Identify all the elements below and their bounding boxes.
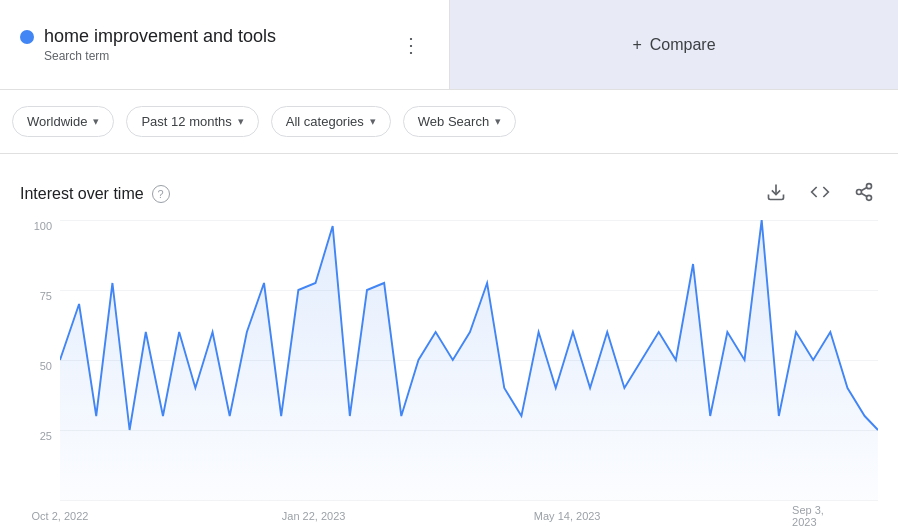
- svg-line-4: [861, 193, 867, 196]
- y-label-75: 75: [20, 290, 56, 302]
- share-button[interactable]: [850, 178, 878, 210]
- search-term-info: home improvement and tools Search term: [20, 26, 276, 63]
- x-label-jan: Jan 22, 2023: [282, 510, 346, 522]
- share-icon: [854, 182, 874, 202]
- chart-actions: [762, 178, 878, 210]
- download-icon: [766, 182, 786, 202]
- x-axis-labels: Oct 2, 2022 Jan 22, 2023 May 14, 2023 Se…: [60, 502, 878, 527]
- compare-label: Compare: [650, 36, 716, 54]
- search-term-title: home improvement and tools: [44, 26, 276, 47]
- embed-button[interactable]: [806, 178, 834, 210]
- search-term-box: home improvement and tools Search term ⋮: [0, 0, 450, 89]
- location-chevron-icon: ▾: [93, 115, 99, 128]
- time-chevron-icon: ▾: [238, 115, 244, 128]
- help-icon[interactable]: ?: [152, 185, 170, 203]
- chart-header: Interest over time ?: [20, 178, 878, 210]
- time-label: Past 12 months: [141, 114, 231, 129]
- location-filter[interactable]: Worldwide ▾: [12, 106, 114, 137]
- search-term-label: Search term: [44, 49, 276, 63]
- y-axis-labels: 100 75 50 25: [20, 220, 56, 500]
- search-dot-icon: [20, 30, 34, 44]
- svg-point-1: [867, 184, 872, 189]
- y-label-50: 50: [20, 360, 56, 372]
- chart-area: [60, 220, 878, 500]
- embed-icon: [810, 182, 830, 202]
- category-filter[interactable]: All categories ▾: [271, 106, 391, 137]
- download-button[interactable]: [762, 178, 790, 210]
- x-label-sep: Sep 3, 2023: [792, 504, 849, 527]
- svg-line-5: [861, 187, 867, 190]
- x-label-may: May 14, 2023: [534, 510, 601, 522]
- chart-title-row: Interest over time ?: [20, 185, 170, 203]
- x-label-oct: Oct 2, 2022: [32, 510, 89, 522]
- chart-container: 100 75 50 25: [20, 220, 878, 527]
- time-filter[interactable]: Past 12 months ▾: [126, 106, 258, 137]
- y-label-25: 25: [20, 430, 56, 442]
- search-type-chevron-icon: ▾: [495, 115, 501, 128]
- search-type-label: Web Search: [418, 114, 489, 129]
- location-label: Worldwide: [27, 114, 87, 129]
- compare-box: + Compare: [450, 0, 898, 89]
- svg-point-2: [857, 190, 862, 195]
- search-type-filter[interactable]: Web Search ▾: [403, 106, 516, 137]
- y-label-100: 100: [20, 220, 56, 232]
- compare-button[interactable]: + Compare: [632, 36, 715, 54]
- search-title-row: home improvement and tools: [20, 26, 276, 47]
- category-label: All categories: [286, 114, 364, 129]
- trend-line-chart: [60, 220, 878, 500]
- filters-bar: Worldwide ▾ Past 12 months ▾ All categor…: [0, 90, 898, 154]
- chart-title: Interest over time: [20, 185, 144, 203]
- grid-line-0: [60, 500, 878, 501]
- compare-plus-icon: +: [632, 36, 641, 54]
- chart-section: Interest over time ? 100 75 50 25: [0, 154, 898, 527]
- svg-marker-6: [60, 220, 878, 500]
- svg-point-3: [867, 195, 872, 200]
- category-chevron-icon: ▾: [370, 115, 376, 128]
- more-button[interactable]: ⋮: [393, 29, 429, 61]
